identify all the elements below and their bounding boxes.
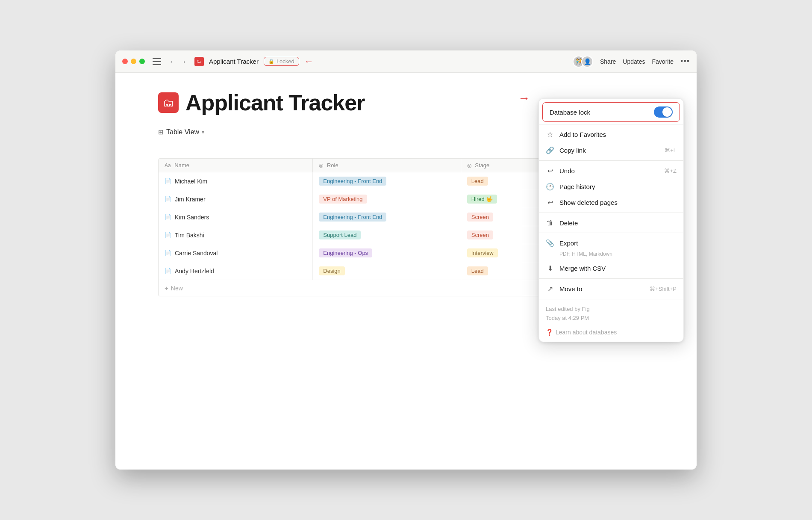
- export-label: Export: [559, 239, 677, 247]
- menu-footer: Last edited by Fig Today at 4:29 PM: [539, 301, 683, 325]
- delete-label: Delete: [559, 219, 677, 227]
- database-lock-label: Database lock: [550, 109, 649, 116]
- nav-arrows: ‹ ›: [166, 56, 189, 67]
- menu-item-undo[interactable]: ↩ Undo ⌘+Z: [539, 163, 683, 179]
- role-tag: Support Lead: [319, 230, 361, 239]
- stage-tag: Screen: [467, 230, 493, 239]
- copy-link-shortcut: ⌘+L: [665, 147, 677, 154]
- stage-cell: Screen: [461, 226, 547, 244]
- stage-cell: Lead: [461, 172, 547, 190]
- favorite-button[interactable]: Favorite: [652, 58, 674, 65]
- download-icon: ⬇: [546, 264, 554, 272]
- trash-icon: 🗑: [546, 219, 554, 227]
- move-to-shortcut: ⌘+Shift+P: [650, 286, 677, 292]
- stage-cell: Lead: [461, 262, 547, 280]
- role-cell: Engineering - Front End: [313, 208, 461, 226]
- close-button[interactable]: [122, 59, 128, 64]
- view-selector-icon: ⊞: [158, 128, 164, 136]
- minimize-button[interactable]: [131, 59, 136, 64]
- view-selector-label: Table View: [166, 128, 199, 136]
- locked-badge[interactable]: 🔒 Locked: [264, 57, 299, 66]
- name-value: Jim Kramer: [175, 196, 206, 203]
- role-cell: Support Lead: [313, 226, 461, 244]
- name-value: Michael Kim: [175, 178, 207, 185]
- database-lock-toggle[interactable]: [654, 106, 673, 118]
- name-value: Kim Sanders: [175, 214, 209, 221]
- stage-tag: Lead: [467, 177, 488, 186]
- page-icon-large: 🗂: [158, 92, 179, 113]
- divider-4: [539, 233, 683, 233]
- stage-tag: Interview: [467, 248, 498, 257]
- menu-item-copy-link[interactable]: 🔗 Copy link ⌘+L: [539, 142, 683, 158]
- role-cell: Design: [313, 262, 461, 280]
- move-icon: ↗: [546, 285, 554, 293]
- row-icon: 📄: [165, 268, 171, 274]
- name-cell: 📄Tim Bakshi: [159, 226, 313, 244]
- divider-6: [539, 299, 683, 299]
- learn-about-label: Learn about databases: [556, 329, 617, 336]
- menu-item-merge-csv[interactable]: ⬇ Merge with CSV: [539, 260, 683, 276]
- add-icon: +: [165, 284, 168, 292]
- role-tag: Engineering - Front End: [319, 177, 386, 186]
- role-cell: Engineering - Ops: [313, 244, 461, 262]
- name-cell: 📄Michael Kim: [159, 172, 313, 190]
- database-lock-item[interactable]: Database lock: [542, 102, 680, 122]
- stage-tag: Screen: [467, 213, 493, 222]
- name-cell: 📄Kim Sanders: [159, 208, 313, 226]
- row-icon: 📄: [165, 196, 171, 202]
- name-cell: 📄Andy Hertzfeld: [159, 262, 313, 280]
- menu-item-export[interactable]: 📎 Export: [539, 235, 683, 251]
- titlebar-right: 🧑‍🤝‍🧑 👤 Share Updates Favorite •••: [573, 56, 690, 68]
- favorites-label: Add to Favorites: [559, 131, 677, 138]
- page-icon-small: 🗂: [194, 57, 204, 66]
- stage-cell: Interview: [461, 244, 547, 262]
- name-value: Tim Bakshi: [175, 232, 204, 239]
- copy-link-label: Copy link: [559, 147, 659, 154]
- role-tag: Engineering - Front End: [319, 213, 386, 222]
- stage-cell: Hired 🤟: [461, 190, 547, 208]
- dropdown-arrow-indicator: →: [518, 92, 530, 105]
- menu-item-favorites[interactable]: ☆ Add to Favorites: [539, 127, 683, 142]
- chevron-down-icon: ▾: [202, 129, 204, 135]
- stage-cell: Screen: [461, 208, 547, 226]
- undo-label: Undo: [559, 167, 659, 174]
- menu-item-move-to[interactable]: ↗ Move to ⌘+Shift+P: [539, 281, 683, 297]
- row-icon: 📄: [165, 214, 171, 220]
- page-history-label: Page history: [559, 183, 677, 190]
- divider-1: [539, 124, 683, 124]
- role-col-icon: ◎: [319, 162, 323, 168]
- stage-tag: Hired 🤟: [467, 195, 497, 204]
- share-button[interactable]: Share: [600, 58, 616, 65]
- forward-button[interactable]: ›: [179, 56, 189, 67]
- undo-icon: ↩: [546, 167, 554, 175]
- menu-item-delete[interactable]: 🗑 Delete: [539, 215, 683, 230]
- divider-3: [539, 213, 683, 213]
- menu-item-page-history[interactable]: 🕐 Page history: [539, 179, 683, 195]
- move-to-label: Move to: [559, 285, 644, 292]
- page-title-bar: Applicant Tracker: [209, 58, 259, 65]
- star-icon: ☆: [546, 130, 554, 139]
- row-icon: 📄: [165, 250, 171, 256]
- role-cell: Engineering - Front End: [313, 172, 461, 190]
- history-icon: 🕐: [546, 183, 554, 191]
- back-button[interactable]: ‹: [166, 56, 177, 67]
- col-header-stage: ◎ Stage: [461, 159, 547, 172]
- divider-5: [539, 278, 683, 279]
- role-tag: Engineering - Ops: [319, 248, 372, 257]
- last-edited-by: Last edited by Fig: [546, 305, 677, 314]
- menu-item-show-deleted[interactable]: ↩ Show deleted pages: [539, 195, 683, 210]
- maximize-button[interactable]: [139, 59, 145, 64]
- stage-tag: Lead: [467, 266, 488, 275]
- add-new-label: New: [171, 285, 183, 292]
- stage-col-icon: ◎: [467, 162, 471, 168]
- menu-icon[interactable]: [153, 58, 161, 65]
- updates-button[interactable]: Updates: [623, 58, 645, 65]
- name-cell: 📄Jim Kramer: [159, 190, 313, 208]
- divider-2: [539, 160, 683, 161]
- export-sub-label: PDF, HTML, Markdown: [553, 251, 683, 260]
- locked-arrow-indicator: ←: [304, 56, 314, 67]
- merge-csv-label: Merge with CSV: [559, 265, 677, 272]
- lock-icon: 🔒: [268, 59, 274, 64]
- more-button[interactable]: •••: [680, 57, 690, 66]
- menu-item-learn-about[interactable]: ❓ Learn about databases: [539, 325, 683, 339]
